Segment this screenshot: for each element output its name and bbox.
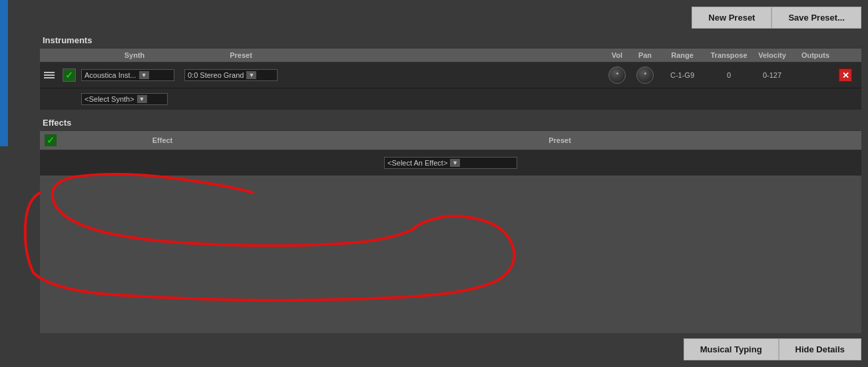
effects-title: Effects: [40, 115, 861, 130]
preset-value: 0:0 Stereo Grand: [188, 71, 244, 79]
save-preset-button[interactable]: Save Preset...: [771, 7, 861, 29]
hide-details-button[interactable]: Hide Details: [779, 338, 861, 360]
transpose-value: 0: [706, 71, 752, 79]
vol-column-header: Vol: [603, 51, 631, 59]
select-effect-label: <Select An Effect>: [387, 159, 447, 167]
synth-value: Acoustica Inst...: [85, 71, 136, 79]
checkbox[interactable]: ✓: [63, 68, 76, 82]
instruments-table-header: Synth Preset Vol Pan Range Transpose Vel…: [40, 48, 861, 62]
effects-enable-checkbox[interactable]: ✓: [44, 134, 57, 147]
synth-column-header: Synth: [81, 51, 188, 59]
select-effect-arrow[interactable]: ▼: [450, 159, 460, 167]
musical-typing-button[interactable]: Musical Typing: [684, 338, 779, 360]
pan-column-header: Pan: [631, 51, 659, 59]
effects-table-header: ✓ Effect Preset: [40, 130, 861, 150]
select-effect-dropdown[interactable]: <Select An Effect> ▼: [384, 157, 517, 169]
volume-knob[interactable]: [608, 66, 626, 84]
effect-preset-column-header: Preset: [262, 136, 857, 144]
select-effect-row: <Select An Effect> ▼: [40, 150, 861, 176]
range-value: C-1-G9: [659, 71, 706, 79]
instruments-title: Instruments: [40, 33, 861, 48]
synth-dropdown[interactable]: Acoustica Inst... ▼: [81, 69, 174, 81]
synth-dropdown-arrow[interactable]: ▼: [139, 71, 149, 79]
bottom-action-buttons: Musical Typing Hide Details: [40, 338, 861, 360]
hamburger-icon: [44, 72, 59, 78]
preset-field[interactable]: 0:0 Stereo Grand ▼: [184, 69, 288, 81]
instrument-delete-button[interactable]: ✕: [839, 68, 857, 82]
preset-dropdown-arrow[interactable]: ▼: [246, 71, 256, 79]
instruments-section: Instruments Synth Preset Vol Pan Range T…: [40, 33, 861, 110]
add-synth-row: <Select Synth> ▼: [40, 88, 861, 110]
effect-column-header: Effect: [63, 136, 262, 144]
pan-knob[interactable]: [631, 66, 659, 84]
select-effect-container: <Select An Effect> ▼: [44, 157, 857, 169]
range-column-header: Range: [659, 51, 706, 59]
effects-section: Effects ✓ Effect Preset <Select An Effec…: [40, 115, 861, 333]
preset-column-header: Preset: [188, 51, 294, 59]
knob-dot: [616, 72, 618, 74]
select-synth-arrow[interactable]: ▼: [137, 95, 147, 103]
effects-checkmark-icon: ✓: [47, 136, 55, 145]
select-synth-label: <Select Synth>: [85, 95, 134, 103]
preset-dropdown[interactable]: 0:0 Stereo Grand ▼: [184, 69, 278, 81]
transpose-column-header: Transpose: [706, 51, 752, 59]
instrument-enable-checkbox[interactable]: ✓: [63, 68, 81, 82]
synth-field[interactable]: Acoustica Inst... ▼: [81, 69, 184, 81]
delete-icon[interactable]: ✕: [839, 68, 852, 82]
velocity-column-header: Velocity: [752, 51, 792, 59]
new-preset-button[interactable]: New Preset: [692, 7, 771, 29]
knob-dot: [644, 72, 646, 74]
velocity-value: 0-127: [752, 71, 792, 79]
checkmark-icon: ✓: [65, 70, 73, 80]
row-drag-handle[interactable]: [44, 72, 63, 78]
left-accent-bar: [0, 0, 8, 146]
instrument-row: ✓ Acoustica Inst... ▼ 0:0 Stereo Grand ▼: [40, 62, 861, 88]
pan-knob-control[interactable]: [636, 66, 654, 84]
outputs-column-header: Outputs: [792, 51, 839, 59]
top-action-buttons: New Preset Save Preset...: [40, 7, 861, 29]
select-synth-dropdown[interactable]: <Select Synth> ▼: [81, 93, 168, 105]
vol-knob[interactable]: [603, 66, 631, 84]
